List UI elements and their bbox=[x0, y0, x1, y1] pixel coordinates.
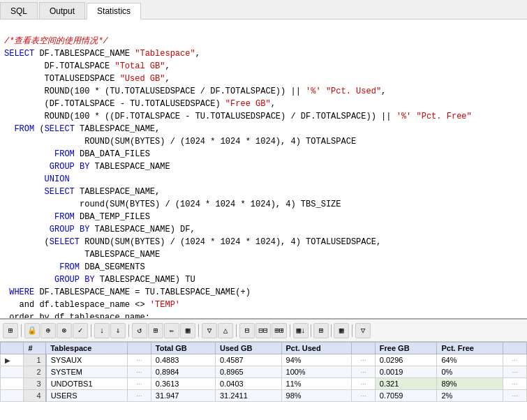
cell-used-1: 0.4587 bbox=[215, 354, 281, 366]
table-row: ▶ 1 SYSAUX ··· 0.4883 0.4587 94% ··· 0.0… bbox=[1, 354, 527, 366]
sep-7 bbox=[311, 324, 311, 337]
cell-dots-1: ··· bbox=[127, 354, 151, 366]
pencil-btn[interactable]: ✏ bbox=[164, 323, 179, 338]
sql-comment: /*查看表空间的使用情况*/ bbox=[4, 36, 108, 46]
sep-5 bbox=[236, 324, 237, 337]
col-free-gb[interactable]: Free GB bbox=[375, 343, 437, 354]
col-total-gb[interactable]: Total GB bbox=[151, 343, 215, 354]
cell-used-3: 0.0403 bbox=[215, 378, 281, 390]
tab-sql[interactable]: SQL bbox=[0, 2, 38, 19]
cell-dots-4: ··· bbox=[127, 390, 151, 402]
cell-free-2: 0.0019 bbox=[375, 366, 437, 378]
row-num-4: 4 bbox=[24, 390, 46, 402]
row-arrow-3 bbox=[1, 378, 24, 390]
sep-9 bbox=[352, 324, 352, 337]
chart-btn[interactable]: ▦↓ bbox=[293, 323, 309, 338]
tab-statistics[interactable]: Statistics bbox=[87, 3, 141, 20]
check-btn[interactable]: ✓ bbox=[73, 323, 88, 338]
col-pct-free[interactable]: Pct. Free bbox=[437, 343, 503, 354]
col-arrow bbox=[1, 343, 24, 354]
cell-used-2: 0.8965 bbox=[215, 366, 281, 378]
row-arrow-1: ▶ bbox=[1, 354, 24, 366]
toolbar-group-5: ▽ △ bbox=[202, 323, 233, 338]
cell-total-4: 31.947 bbox=[151, 390, 215, 402]
results-area: # Tablespace Total GB Used GB Pct. Used … bbox=[0, 342, 527, 420]
results-table: # Tablespace Total GB Used GB Pct. Used … bbox=[0, 342, 527, 402]
col-dots2 bbox=[503, 343, 527, 354]
row-num-1: 1 bbox=[24, 354, 46, 366]
sep-6 bbox=[290, 324, 290, 337]
toolbar-group-4: ↺ ⊞ ✏ ▦ bbox=[132, 323, 195, 338]
toolbar-group-1: ⊞ bbox=[3, 323, 18, 338]
cell-tablespace-4: USERS bbox=[46, 390, 128, 402]
toolbar-group-3: ↓ ⇓ bbox=[94, 323, 126, 338]
cell-dots2-2: ··· bbox=[351, 366, 375, 378]
cell-tablespace-2: SYSTEM bbox=[46, 366, 128, 378]
cell-total-2: 0.8984 bbox=[151, 366, 215, 378]
cell-total-3: 0.3613 bbox=[151, 378, 215, 390]
sep-3 bbox=[128, 324, 129, 337]
export2-btn[interactable]: ⊟⊟ bbox=[255, 323, 271, 338]
filter-up-btn[interactable]: △ bbox=[218, 323, 233, 338]
grid-btn[interactable]: ⊞ bbox=[3, 323, 18, 338]
sep-4 bbox=[198, 324, 199, 337]
cell-pct-free-4: 2% bbox=[437, 390, 503, 402]
row-arrow-4 bbox=[1, 390, 24, 402]
col-dots1 bbox=[351, 343, 375, 354]
cell-dots2-1: ··· bbox=[351, 354, 375, 366]
cell-used-4: 31.2411 bbox=[215, 390, 281, 402]
col-tablespace[interactable]: Tablespace bbox=[46, 343, 128, 354]
results-toolbar: ⊞ 🔒 ⊕ ⊗ ✓ ↓ ⇓ ↺ ⊞ ✏ ▦ ▽ △ ⊟ ⊟⊟ ⊞⊞ ▦↓ ⊞ ▦… bbox=[0, 320, 527, 342]
cell-pct-used-3: 11% bbox=[281, 378, 351, 390]
lock-btn[interactable]: 🔒 bbox=[24, 323, 40, 338]
cell-dots-3: ··· bbox=[127, 378, 151, 390]
cell-tablespace-1: SYSAUX bbox=[46, 354, 128, 366]
cell-pct-free-2: 0% bbox=[437, 366, 503, 378]
cell-free-4: 0.7059 bbox=[375, 390, 437, 402]
add-btn[interactable]: ⊕ bbox=[40, 323, 56, 338]
row-num-2: 2 bbox=[24, 366, 46, 378]
filter-btn[interactable]: ▽ bbox=[355, 323, 371, 338]
grid3-btn[interactable]: ▦ bbox=[334, 323, 349, 338]
col-used-gb[interactable]: Used GB bbox=[215, 343, 281, 354]
cell-dots3-2: ··· bbox=[503, 366, 527, 378]
cell-tablespace-3: UNDOTBS1 bbox=[46, 378, 128, 390]
cell-free-3: 0.321 bbox=[375, 378, 437, 390]
import-btn[interactable]: ⊞⊞ bbox=[272, 323, 287, 338]
export-btn[interactable]: ⊟ bbox=[239, 323, 255, 338]
cell-pct-used-4: 98% bbox=[281, 390, 351, 402]
table-row: 4 USERS ··· 31.947 31.2411 98% ··· 0.705… bbox=[1, 390, 527, 402]
cell-total-1: 0.4883 bbox=[151, 354, 215, 366]
delete-btn[interactable]: ⊗ bbox=[57, 323, 72, 338]
cell-dots2-4: ··· bbox=[351, 390, 375, 402]
cell-pct-free-3: 89% bbox=[437, 378, 503, 390]
cell-dots3-4: ··· bbox=[503, 390, 527, 402]
cell-dots3-3: ··· bbox=[503, 378, 527, 390]
toolbar-group-7: ▦↓ ⊞ ▦ bbox=[293, 323, 349, 338]
table-header-row: # Tablespace Total GB Used GB Pct. Used … bbox=[1, 343, 527, 354]
refresh-btn[interactable]: ↺ bbox=[132, 323, 147, 338]
table-row: 2 SYSTEM ··· 0.8984 0.8965 100% ··· 0.00… bbox=[1, 366, 527, 378]
pivot-btn[interactable]: ⊞ bbox=[313, 323, 329, 338]
cell-dots3-1: ··· bbox=[503, 354, 527, 366]
cell-pct-used-2: 100% bbox=[281, 366, 351, 378]
filter-down-btn[interactable]: ▽ bbox=[202, 323, 217, 338]
cell-dots-2: ··· bbox=[127, 366, 151, 378]
down2-btn[interactable]: ⇓ bbox=[110, 323, 126, 338]
tab-bar: SQL Output Statistics bbox=[0, 0, 527, 20]
sep-2 bbox=[91, 324, 91, 337]
cell-pct-free-1: 64% bbox=[437, 354, 503, 366]
col-pct-used[interactable]: Pct. Used bbox=[281, 343, 351, 354]
sql-editor[interactable]: /*查看表空间的使用情况*/ SELECT DF.TABLESPACE_NAME… bbox=[0, 20, 527, 320]
toolbar-group-2: 🔒 ⊕ ⊗ ✓ bbox=[24, 323, 88, 338]
sep-1 bbox=[21, 324, 22, 337]
down-btn[interactable]: ↓ bbox=[94, 323, 110, 338]
tab-output[interactable]: Output bbox=[39, 2, 85, 19]
sep-8 bbox=[331, 324, 332, 337]
grid2-btn[interactable]: ▦ bbox=[180, 323, 195, 338]
table-row: 3 UNDOTBS1 ··· 0.3613 0.0403 11% ··· 0.3… bbox=[1, 378, 527, 390]
row-num-3: 3 bbox=[24, 378, 46, 390]
cell-free-1: 0.0296 bbox=[375, 354, 437, 366]
table-btn[interactable]: ⊞ bbox=[148, 323, 163, 338]
col-num: # bbox=[24, 343, 46, 354]
